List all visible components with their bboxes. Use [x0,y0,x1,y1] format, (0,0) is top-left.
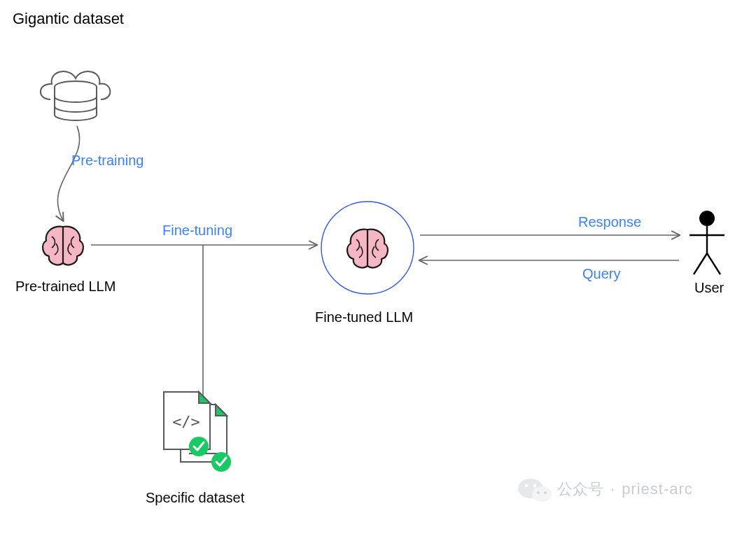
svg-line-4 [694,253,707,274]
svg-line-5 [707,253,720,274]
svg-point-10 [518,479,543,498]
diagram-stage: </> Gigantic dataset Pre-training Pre-tr… [0,0,756,534]
watermark-channel: 公众号 [557,479,603,500]
watermark-separator: · [610,480,615,498]
finetuned-llm-label: Fine-tuned LLM [315,309,413,325]
svg-point-15 [544,491,547,494]
pretraining-label: Pre-training [71,153,144,169]
svg-point-1 [699,211,715,226]
svg-point-9 [211,452,231,472]
diagram-svg: </> [0,0,756,534]
watermark: 公众号 · priest-arc [557,479,693,500]
svg-text:</>: </> [172,413,200,430]
svg-point-13 [533,484,537,488]
svg-point-11 [532,486,552,502]
query-label: Query [582,266,620,282]
svg-point-0 [55,81,97,92]
brain-finetuned-icon [347,230,388,268]
user-label: User [694,280,724,296]
watermark-name: priest-arc [622,480,693,498]
brain-pretrained-icon [43,227,83,265]
cloud-database-icon [41,71,110,120]
code-docs-icon: </> [164,392,231,472]
response-label: Response [578,214,641,230]
user-icon [690,211,724,274]
specific-dataset-label: Specific dataset [146,490,244,506]
svg-point-14 [537,491,540,494]
wechat-icon [518,479,552,502]
svg-point-12 [525,484,528,488]
pretrained-llm-label: Pre-trained LLM [15,279,115,295]
finetuning-label: Fine-tuning [162,223,232,239]
svg-point-8 [189,437,209,456]
finetuned-circle [321,202,414,294]
pretraining-arrow [57,126,79,220]
title-gigantic-dataset: Gigantic dataset [13,10,124,28]
